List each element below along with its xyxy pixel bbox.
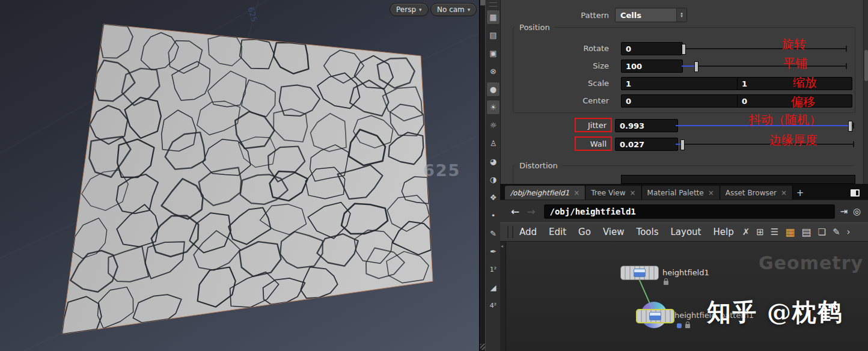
network-path-bar: ← → /obj/heightfield1 ⇥ ◎ <box>500 200 868 223</box>
point-display-icon[interactable]: • <box>486 208 500 223</box>
display-flag-badge <box>677 323 682 328</box>
parameter-pane: Pattern Cells ▴ ▾ Position Rotate 0 Size… <box>500 0 868 184</box>
memo-icon[interactable]: ✎ <box>833 228 840 237</box>
wall-label: Wall <box>590 139 607 148</box>
close-icon[interactable]: × <box>708 189 714 197</box>
menu-tools[interactable]: Tools <box>631 227 665 237</box>
jitter-label: Jitter <box>588 121 607 130</box>
node-heightfield-pattern1[interactable] <box>636 309 674 323</box>
persp-view-button[interactable]: Persp ▾ <box>390 3 429 16</box>
jitter-label-highlight-box: Jitter <box>575 118 612 132</box>
brush-icon[interactable]: ✎ <box>486 226 500 241</box>
close-icon[interactable]: × <box>630 189 636 197</box>
toolbar-grip[interactable] <box>489 2 497 7</box>
subdivision-4-icon[interactable]: 4² <box>486 298 500 313</box>
grid-coordinate-label-right: 625 <box>423 161 460 180</box>
pattern-label: Pattern <box>543 11 609 20</box>
reflection-icon[interactable]: ❖ <box>486 190 500 205</box>
close-icon[interactable]: × <box>781 189 787 197</box>
annotation-center: 偏移 <box>791 94 815 110</box>
path-input[interactable]: /obj/heightfield1 <box>544 204 835 219</box>
annotation-jitter: 抖动（随机） <box>749 112 821 128</box>
close-icon[interactable]: × <box>573 189 579 197</box>
rotate-field[interactable]: 0 <box>621 42 683 55</box>
menubar-icons: ✗ ⊞ ☰ ▦ ▤ ❏ ✎ › <box>742 227 851 237</box>
pane-tab-bar: /obj/heightfield1 × Tree View × Material… <box>500 184 868 200</box>
add-tab-button[interactable]: + <box>793 186 807 200</box>
viewport-display-toolbar: ▦ ▤ ▣ ⊗ ● ☀ ☼ ♙ ◕ ◑ ❖ • ✎ ✒ 1² ◢ 4² <box>485 0 501 351</box>
snapshot-icon[interactable]: ▦ <box>486 10 500 25</box>
list-icon[interactable]: ☰ <box>771 228 778 237</box>
size-field[interactable]: 100 <box>621 60 683 73</box>
3d-viewport[interactable]: 625 625 Persp ▾ No cam ▾ <box>0 0 479 351</box>
subdivision-1-icon[interactable]: 1² <box>486 262 500 277</box>
menu-go[interactable]: Go <box>572 227 597 237</box>
radial-menu-icon[interactable]: ◎ <box>853 206 861 217</box>
no-cam-button[interactable]: No cam ▾ <box>430 3 477 16</box>
eyedropper-icon[interactable]: ✒ <box>486 244 500 259</box>
position-group-label[interactable]: Position <box>515 23 554 32</box>
distortion-partial-control[interactable] <box>621 175 855 184</box>
heightfield-node-icon <box>634 269 646 277</box>
wall-field[interactable]: 0.027 <box>615 138 678 151</box>
tools-icon[interactable]: ✗ <box>742 228 750 237</box>
distortion-group-border <box>513 165 513 184</box>
pattern-dropdown[interactable]: Cells ▴ ▾ <box>615 8 687 22</box>
annotation-wall: 边缘厚度 <box>769 132 818 148</box>
smooth-shade-sphere-icon[interactable]: ● <box>486 82 500 97</box>
scrollbar-cap[interactable] <box>480 0 485 5</box>
rotate-slider[interactable] <box>681 42 847 55</box>
tree-icon[interactable]: ⊞ <box>756 228 764 237</box>
grid-orange-icon[interactable]: ▦ <box>785 227 795 237</box>
mirror-spheres-icon[interactable]: ◑ <box>486 172 500 187</box>
material-sphere-icon[interactable]: ◕ <box>486 154 500 169</box>
tab-obj-heightfield1[interactable]: /obj/heightfield1 × <box>505 186 585 200</box>
more-chevron-icon[interactable]: › <box>846 228 850 237</box>
resize-grip-icon[interactable] <box>480 344 485 350</box>
lock-badge-icon <box>685 324 690 328</box>
menu-view[interactable]: View <box>597 227 631 237</box>
center-x-field[interactable]: 0 <box>621 94 739 108</box>
menu-layout[interactable]: Layout <box>664 227 707 237</box>
jitter-field[interactable]: 0.993 <box>615 119 678 132</box>
distortion-group-rule <box>513 165 854 166</box>
annotation-size: 平铺 <box>783 55 807 72</box>
zhihu-watermark: 知乎 @枕鹤 <box>707 296 843 329</box>
tab-tree-view[interactable]: Tree View × <box>585 186 641 200</box>
ramp-icon[interactable]: ◢ <box>486 280 500 295</box>
headlight-on-icon[interactable]: ☀ <box>486 100 500 115</box>
scene-page-icon[interactable]: ▤ <box>486 28 500 43</box>
lock-badge-icon <box>664 281 668 285</box>
annotation-scale: 缩放 <box>793 75 817 91</box>
forward-arrow-icon[interactable]: → <box>527 206 535 218</box>
heightfield-node-icon <box>649 312 661 320</box>
menu-help[interactable]: Help <box>707 227 739 237</box>
menubar-grip[interactable] <box>507 226 513 238</box>
tab-asset-browser[interactable]: Asset Browser × <box>720 186 793 200</box>
menu-add[interactable]: Add <box>513 227 543 237</box>
wall-slider[interactable] <box>675 138 854 151</box>
network-menu-bar: Add Edit Go View Tools Layout Help ✗ ⊞ ☰… <box>500 222 868 242</box>
panes-icon[interactable]: ❏ <box>818 228 825 237</box>
scale-x-field[interactable]: 1 <box>621 77 739 90</box>
back-arrow-icon[interactable]: ← <box>511 206 519 218</box>
chevron-down-icon: ▾ <box>419 7 422 13</box>
tab-material-palette[interactable]: Material Palette × <box>642 186 720 200</box>
lock-icon[interactable]: ▣ <box>486 46 500 61</box>
table-icon[interactable]: ▤ <box>801 227 811 237</box>
no-cast-shadows-icon[interactable]: ⊗ <box>486 64 500 79</box>
size-slider[interactable] <box>681 60 847 73</box>
node-heightfield1[interactable] <box>620 266 659 280</box>
headlight-off-icon[interactable]: ☼ <box>486 118 500 133</box>
mannequin-icon[interactable]: ♙ <box>486 136 500 151</box>
center-label: Center <box>543 96 609 105</box>
spinner-icon[interactable]: ▴ ▾ <box>676 8 686 22</box>
pane-maximize-icon[interactable] <box>851 189 860 197</box>
scale-label: Scale <box>543 79 609 88</box>
parameter-scrollbar[interactable] <box>863 0 868 184</box>
pin-pane-icon[interactable]: ⇥ <box>840 206 848 217</box>
rotate-label: Rotate <box>543 44 609 53</box>
distortion-group-label[interactable]: Distortion <box>515 161 562 170</box>
menu-edit[interactable]: Edit <box>543 227 572 237</box>
node-label[interactable]: heightfield1 <box>662 268 709 277</box>
